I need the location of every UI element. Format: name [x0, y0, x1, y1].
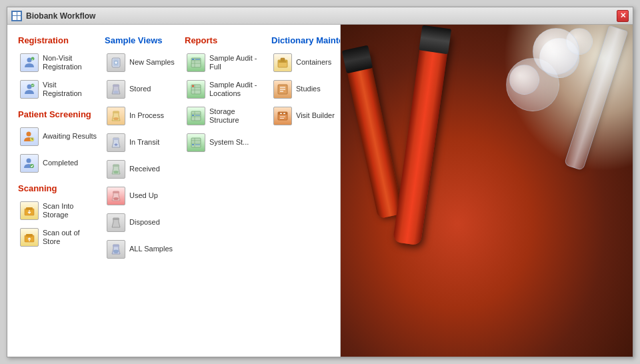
svg-rect-50 — [191, 138, 201, 147]
visit-builder-label: Visit Builder — [296, 111, 335, 120]
svg-rect-65 — [278, 112, 287, 115]
containers-item[interactable]: Containers — [271, 52, 337, 73]
in-process-svg — [110, 110, 122, 122]
columns-layout: Registration + Non-Visit Registrat — [18, 35, 329, 269]
patient-screening-section: Patient Screening Awaiting Result — [18, 109, 99, 174]
scan-in-label: Scan Into Storage — [43, 202, 97, 219]
awaiting-label: Awaiting Results — [43, 132, 97, 141]
disposed-icon — [107, 213, 125, 232]
sample-views-section: Sample Views — [105, 35, 179, 260]
containers-icon — [273, 53, 292, 72]
app-icon — [11, 11, 22, 21]
column-4: Dictionary Maintenance — [271, 35, 341, 269]
new-samples-label: New Samples — [129, 58, 175, 67]
disposed-svg — [110, 217, 122, 229]
svg-rect-27 — [113, 191, 119, 193]
received-icon — [107, 160, 125, 179]
scan-out-label: Scan out of Store — [43, 229, 97, 246]
svg-point-23 — [113, 117, 119, 120]
svg-rect-59 — [281, 58, 285, 61]
scan-into-storage-item[interactable]: Scan Into Storage — [18, 200, 99, 221]
svg-point-5 — [27, 132, 31, 137]
completed-item[interactable]: Completed — [18, 153, 99, 174]
svg-point-0 — [27, 58, 32, 63]
studies-svg — [277, 83, 289, 95]
in-transit-svg — [110, 137, 122, 149]
studies-item[interactable]: Studies — [271, 79, 337, 100]
svg-point-26 — [113, 171, 119, 173]
in-transit-item[interactable]: In Transit — [105, 132, 179, 153]
title-bar-left: Biobank Workflow — [11, 11, 95, 21]
studies-icon — [273, 80, 292, 99]
svg-rect-22 — [113, 111, 119, 113]
all-samples-label: ALL Samples — [129, 245, 173, 253]
visit-registration-item[interactable]: Visit Registration — [18, 79, 99, 100]
sample-audit-locations-item[interactable]: Sample Audit - Locations — [185, 79, 266, 100]
tube-2-cap — [419, 25, 451, 55]
audit-loc-icon — [187, 80, 205, 99]
audit-full-icon — [187, 53, 205, 72]
content-area: Registration + Non-Visit Registrat — [7, 25, 633, 357]
all-samples-item[interactable]: ALL Samples — [105, 239, 179, 260]
storage-struct-icon — [187, 107, 205, 125]
svg-point-7 — [27, 159, 31, 163]
completed-svg — [23, 157, 35, 169]
svg-rect-10 — [26, 207, 33, 210]
stored-label: Stored — [129, 85, 151, 93]
used-up-item[interactable]: Used Up — [105, 185, 179, 207]
column-3: Reports — [185, 35, 271, 269]
in-process-item[interactable]: In Process — [105, 105, 179, 127]
system-st-item[interactable]: System St... — [185, 132, 266, 153]
received-item[interactable]: Received — [105, 159, 179, 180]
grid-icon — [13, 12, 21, 20]
dict-maintenance-section: Dictionary Maintenance — [271, 35, 341, 132]
svg-rect-54 — [192, 144, 194, 145]
bubble-large — [533, 28, 579, 75]
storage-struct-label: Storage Structure — [209, 107, 264, 125]
svg-rect-48 — [192, 115, 194, 116]
window-title: Biobank Workflow — [26, 11, 95, 21]
used-up-svg — [110, 190, 122, 202]
completed-icon — [20, 154, 39, 173]
new-samples-icon — [107, 53, 125, 72]
svg-point-28 — [113, 197, 119, 200]
registration-title: Registration — [18, 35, 99, 45]
system-st-icon — [187, 133, 205, 152]
main-window: Biobank Workflow ✕ Registration — [7, 7, 633, 357]
image-panel — [341, 25, 633, 357]
close-button[interactable]: ✕ — [617, 10, 629, 22]
dict-col-1: Containers — [271, 52, 337, 132]
stored-item[interactable]: Stored — [105, 79, 179, 100]
visit-reg-icon — [20, 80, 39, 99]
visit-builder-svg — [277, 110, 289, 122]
all-samples-svg — [110, 243, 122, 255]
in-transit-label: In Transit — [129, 138, 159, 147]
in-process-label: In Process — [129, 111, 164, 120]
svg-rect-55 — [195, 144, 200, 145]
non-visit-registration-item[interactable]: + Non-Visit Registration — [18, 52, 99, 73]
received-label: Received — [129, 165, 160, 173]
blood-tubes-image — [341, 25, 633, 357]
scanning-title: Scanning — [18, 183, 99, 193]
awaiting-results-item[interactable]: Awaiting Results — [18, 126, 99, 147]
scan-out-store-item[interactable]: Scan out of Store — [18, 227, 99, 248]
new-samples-item[interactable]: New Samples — [105, 52, 179, 73]
svg-rect-29 — [113, 218, 119, 220]
registration-section: Registration + Non-Visit Registrat — [18, 35, 99, 100]
visit-builder-item[interactable]: Visit Builder — [271, 105, 337, 127]
disposed-item[interactable]: Disposed — [105, 212, 179, 233]
audit-loc-svg — [190, 83, 202, 95]
sample-audit-full-item[interactable]: Sample Audit - Full — [185, 52, 266, 73]
column-1: Registration + Non-Visit Registrat — [18, 35, 105, 269]
svg-rect-24 — [113, 138, 119, 140]
visit-reg-label: Visit Registration — [43, 81, 97, 98]
column-2: Sample Views — [105, 35, 185, 269]
storage-structure-item[interactable]: Storage Structure — [185, 105, 266, 127]
non-visit-icon: + — [20, 53, 39, 72]
svg-point-31 — [113, 249, 119, 253]
svg-point-21 — [113, 91, 119, 93]
containers-svg — [277, 57, 289, 69]
visit-builder-icon — [273, 107, 292, 125]
audit-full-label: Sample Audit - Full — [209, 54, 264, 71]
visit-reg-svg — [23, 83, 35, 95]
